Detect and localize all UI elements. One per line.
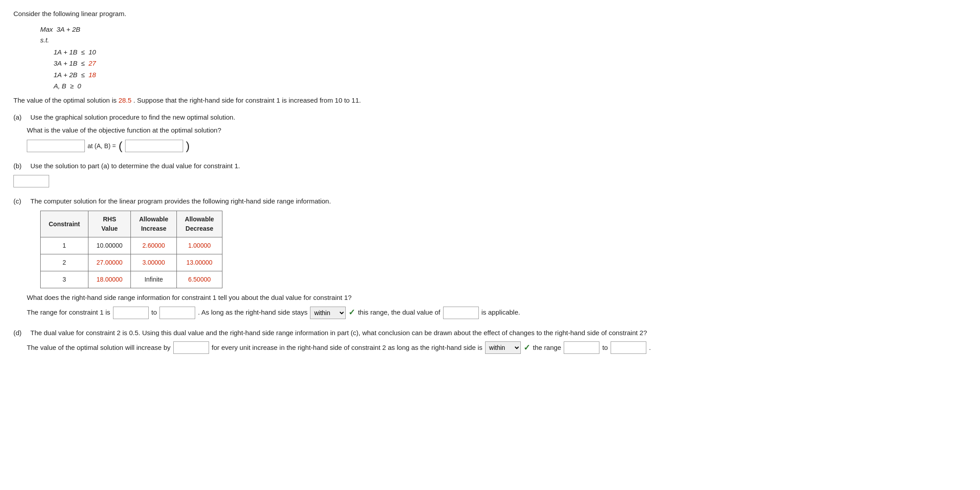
range-row: The range for constraint 1 is to . As lo…	[27, 307, 967, 319]
col-decrease: AllowableDecrease	[176, 211, 222, 237]
dual-value-input[interactable]	[13, 175, 49, 187]
constraint-cell: 1	[41, 237, 88, 254]
check-mark-d: ✓	[524, 342, 530, 354]
decrease-cell: 13.00000	[176, 254, 222, 271]
increase-cell: 2.60000	[131, 237, 176, 254]
rhs-cell: 10.00000	[88, 237, 131, 254]
optimal-statement: The value of the optimal solution is 28.…	[13, 96, 967, 106]
part-a-question: What is the value of the objective funct…	[27, 125, 967, 136]
col-constraint: Constraint	[41, 211, 88, 237]
constraint-line: A, B ≥ 0	[54, 80, 967, 92]
part-c-instruction: The computer solution for the linear pro…	[30, 196, 331, 207]
increase-cell: Infinite	[131, 271, 176, 288]
range-d-from-input[interactable]	[564, 341, 599, 354]
constraint-cell: 3	[41, 271, 88, 288]
rhs-cell: 27.00000	[88, 254, 131, 271]
part-a-instruction: Use the graphical solution procedure to …	[30, 112, 235, 123]
range-text1: The range for constraint 1 is	[27, 307, 110, 318]
part-c-letter: (c)	[13, 196, 27, 207]
d-text1: The value of the optimal solution will i…	[27, 343, 171, 353]
range-text4: is applicable.	[482, 307, 520, 318]
st-label: s.t.	[40, 35, 967, 46]
part-b: (b) Use the solution to part (a) to dete…	[13, 161, 967, 187]
range-text2: . As long as the right-hand side stays	[198, 307, 307, 318]
part-c-question: What does the right-hand side range info…	[27, 293, 967, 303]
col-rhs: RHSValue	[88, 211, 131, 237]
part-d-line: The value of the optimal solution will i…	[27, 341, 967, 354]
constraint-line: 1A + 2B ≤ 18	[54, 69, 967, 81]
d-text3: the range	[533, 343, 561, 353]
range-d-to-input[interactable]	[611, 341, 646, 354]
part-b-instruction: Use the solution to part (a) to determin…	[30, 161, 240, 171]
point-input[interactable]	[125, 140, 183, 152]
table-row: 110.000002.600001.00000	[41, 237, 222, 254]
rhs-table: Constraint RHSValue AllowableIncrease Al…	[40, 211, 222, 288]
obj-value-input[interactable]	[27, 140, 85, 152]
max-label: Max	[40, 25, 53, 33]
close-paren: )	[186, 140, 190, 152]
range-from-input[interactable]	[113, 307, 149, 319]
part-a-letter: (a)	[13, 112, 27, 123]
constraint-line: 3A + 1B ≤ 27	[54, 58, 967, 69]
range-to-label: to	[151, 307, 157, 318]
within-dropdown-d[interactable]: withinoutsideequal to	[485, 341, 521, 354]
decrease-cell: 1.00000	[176, 237, 222, 254]
increase-cell: 3.00000	[131, 254, 176, 271]
col-increase: AllowableIncrease	[131, 211, 176, 237]
part-c: (c) The computer solution for the linear…	[13, 196, 967, 319]
rhs-cell: 18.00000	[88, 271, 131, 288]
open-paren: (	[118, 140, 122, 152]
part-b-letter: (b)	[13, 161, 27, 171]
increase-amount-input[interactable]	[173, 341, 209, 354]
decrease-cell: 6.50000	[176, 271, 222, 288]
constraints-block: 1A + 1B ≤ 103A + 1B ≤ 271A + 2B ≤ 18A, B…	[54, 46, 967, 92]
optimal-value: 28.5	[118, 96, 131, 104]
range-to-input[interactable]	[159, 307, 195, 319]
d-text2: for every unit increase in the right-han…	[212, 343, 482, 353]
range-text3: this range, the dual value of	[358, 307, 440, 318]
table-row: 227.000003.0000013.00000	[41, 254, 222, 271]
at-label: at (A, B) =	[88, 141, 116, 151]
table-row: 318.00000Infinite6.50000	[41, 271, 222, 288]
part-a: (a) Use the graphical solution procedure…	[13, 112, 967, 152]
d-period: .	[649, 343, 651, 353]
max-line: Max 3A + 2B	[40, 25, 967, 35]
part-d: (d) The dual value for constraint 2 is 0…	[13, 328, 967, 354]
d-to-label: to	[602, 343, 608, 353]
check-mark-c: ✓	[348, 307, 355, 319]
part-d-instruction: The dual value for constraint 2 is 0.5. …	[30, 328, 647, 338]
within-dropdown-c[interactable]: withinoutsideequal to	[310, 307, 346, 319]
intro-text: Consider the following linear program.	[13, 9, 967, 19]
max-expr: 3A + 2B	[57, 25, 80, 33]
dual-value-range-input[interactable]	[443, 307, 479, 319]
constraint-cell: 2	[41, 254, 88, 271]
part-d-letter: (d)	[13, 328, 27, 338]
constraint-line: 1A + 1B ≤ 10	[54, 46, 967, 58]
